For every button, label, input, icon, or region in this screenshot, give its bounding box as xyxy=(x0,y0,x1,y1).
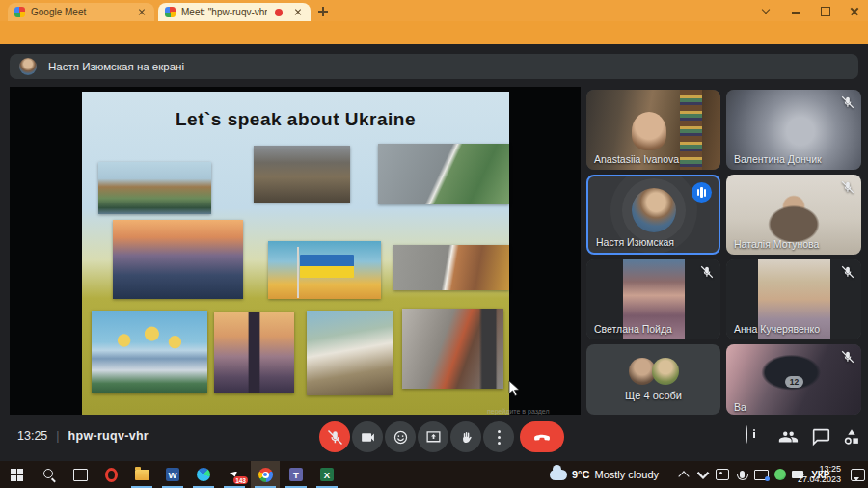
activities-button[interactable] xyxy=(841,426,862,447)
presenting-banner: Настя Изюмская на екрані xyxy=(10,54,858,79)
meet-favicon-icon xyxy=(14,7,25,17)
camera-icon xyxy=(360,429,376,446)
shared-slide: Let`s speak about Ukraine xyxy=(82,92,509,415)
search-icon xyxy=(43,469,56,481)
windows-logo-icon xyxy=(11,469,23,481)
new-tab-button[interactable] xyxy=(316,5,330,18)
ukraine-flag xyxy=(300,255,354,278)
clock-date: 27.04.2023 xyxy=(798,474,841,485)
participant-tile[interactable]: Светлана Пойда xyxy=(586,259,720,339)
window-minimize-button[interactable] xyxy=(791,6,802,17)
chat-button[interactable] xyxy=(810,426,831,447)
taskbar-excel[interactable]: X xyxy=(312,461,341,488)
tab-title: Meet: "hpw-ruqv-vhr" xyxy=(181,7,267,17)
end-call-button[interactable] xyxy=(520,421,564,452)
tray-app-window[interactable] xyxy=(714,461,731,488)
participant-tile-active-speaker[interactable]: Настя Изюмская xyxy=(586,175,720,255)
telegram-badge: 143 xyxy=(233,476,248,484)
participant-tile[interactable]: Наталія Мотунова xyxy=(726,175,861,255)
present-screen-icon xyxy=(425,429,442,446)
window-maximize-button[interactable] xyxy=(820,6,831,17)
microphone-icon xyxy=(740,471,745,478)
camera-toggle-button[interactable] xyxy=(352,421,383,452)
taskbar-telegram[interactable]: 143 xyxy=(220,461,249,488)
call-end-icon xyxy=(532,427,552,447)
taskbar-opera[interactable] xyxy=(96,461,125,488)
chat-icon xyxy=(810,426,831,447)
tab-close-icon[interactable] xyxy=(292,7,304,18)
mic-toggle-button[interactable] xyxy=(319,421,350,452)
more-participants-label: Ще 4 особи xyxy=(586,390,720,401)
more-vert-icon xyxy=(498,430,501,445)
participant-tile[interactable]: Anastasiia Ivanova xyxy=(586,90,720,170)
mic-off-icon xyxy=(841,180,854,194)
tray-display-share[interactable] xyxy=(752,461,770,488)
slide-photo-fortress xyxy=(98,162,211,214)
start-button[interactable] xyxy=(2,461,31,488)
tray-network[interactable] xyxy=(694,461,712,488)
reactions-button[interactable] xyxy=(385,421,416,452)
taskbar-teams[interactable]: T xyxy=(282,461,311,488)
window-close-button[interactable] xyxy=(849,6,860,17)
slide-photo-torn-collage xyxy=(307,311,393,395)
meet-control-bar: 13:25 | hpw-ruqv-vhr xyxy=(0,415,868,461)
participant-name: Анна Кучерявенко xyxy=(734,323,820,335)
raise-hand-button[interactable] xyxy=(450,421,481,452)
slide-photo-kyiv-sunset xyxy=(113,220,243,299)
participant-tile[interactable]: Анна Кучерявенко xyxy=(726,259,861,339)
tray-microphone[interactable] xyxy=(733,461,750,488)
presenter-avatar xyxy=(19,58,37,75)
tray-antivirus[interactable] xyxy=(772,461,789,488)
green-shield-icon xyxy=(774,469,786,480)
wifi-icon xyxy=(697,470,710,479)
clock-time: 13:25 xyxy=(798,464,841,474)
taskbar-edge[interactable] xyxy=(189,461,218,488)
bookshelf-background xyxy=(680,90,701,170)
more-participants-tile[interactable]: Ще 4 особи xyxy=(586,344,720,415)
meet-favicon-icon xyxy=(165,7,176,17)
taskbar-file-explorer[interactable] xyxy=(127,461,156,488)
taskbar-search-button[interactable] xyxy=(35,461,64,488)
participant-tile[interactable]: Валентина Дончик xyxy=(726,90,861,170)
task-view-button[interactable] xyxy=(66,461,95,488)
taskbar-word[interactable]: W xyxy=(158,461,187,488)
present-button[interactable] xyxy=(418,421,448,452)
participant-name: Валентина Дончик xyxy=(734,153,822,165)
recording-dot-icon xyxy=(275,9,283,16)
excel-icon: X xyxy=(320,468,334,481)
participant-name: Ва xyxy=(734,401,746,413)
window-chevron-icon[interactable] xyxy=(760,6,772,17)
weather-desc: Mostly cloudy xyxy=(594,469,659,480)
weather-temp: 9°C xyxy=(572,469,589,480)
slide-photo-flag xyxy=(268,241,381,299)
meeting-info: 13:25 | hpw-ruqv-vhr xyxy=(17,429,149,443)
more-options-button[interactable] xyxy=(483,421,514,452)
slide-photo-city-split xyxy=(378,144,509,204)
slide-photo-cathedral xyxy=(92,311,207,393)
avatar xyxy=(652,358,679,385)
slide-photo-destroyed-building xyxy=(402,309,503,389)
taskbar-clock[interactable]: 13:25 27.04.2023 xyxy=(798,464,841,485)
smile-icon xyxy=(393,429,409,446)
tray-show-hidden-icons[interactable] xyxy=(675,461,692,488)
slide-photo-before-after xyxy=(393,245,509,290)
tab-close-icon[interactable] xyxy=(136,7,148,18)
weather-cloud-icon xyxy=(550,470,567,480)
audio-level-icon xyxy=(692,182,712,203)
taskbar-chrome-active[interactable] xyxy=(251,461,280,488)
divider: | xyxy=(56,429,59,443)
edge-icon xyxy=(197,468,210,481)
tab-google-meet[interactable]: Google Meet xyxy=(8,3,154,21)
overflow-avatars xyxy=(629,358,679,385)
watermark-text: перейдите в раздел xyxy=(487,408,550,415)
mic-off-icon xyxy=(327,429,343,446)
tab-meet-call[interactable]: Meet: "hpw-ruqv-vhr" xyxy=(158,3,311,21)
slide-photo-ruins xyxy=(254,146,350,203)
opera-icon xyxy=(105,468,118,482)
participants-button[interactable] xyxy=(777,426,799,447)
hand-icon xyxy=(458,429,475,446)
taskbar-weather[interactable]: 9°C Mostly cloudy xyxy=(550,461,659,488)
action-center-button[interactable] xyxy=(849,461,866,488)
meeting-details-button[interactable] xyxy=(744,426,765,447)
clock-text: 13:25 xyxy=(17,429,47,443)
